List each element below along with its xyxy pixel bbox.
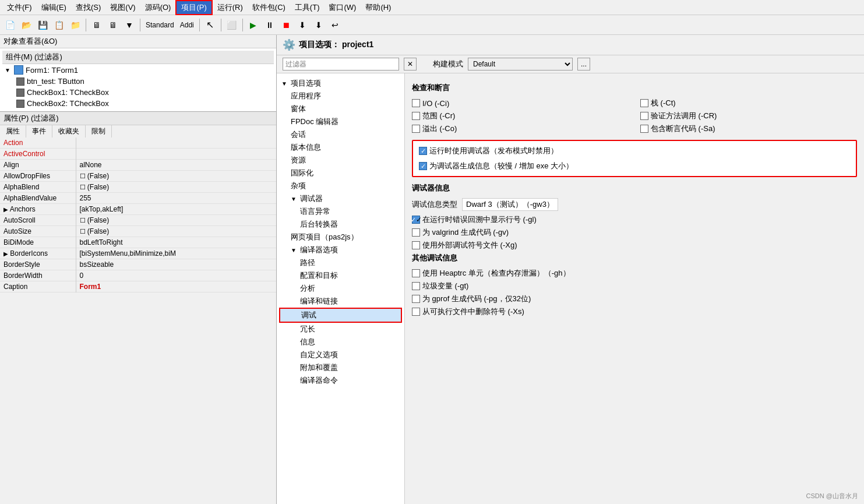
menu-run[interactable]: 运行(R) <box>213 1 248 14</box>
tab-constraints[interactable]: 限制 <box>86 125 112 138</box>
dtree-custom[interactable]: 自定义选项 <box>279 348 402 361</box>
dtree-langexception[interactable]: 语言异常 <box>279 205 402 218</box>
check-overflow-box[interactable] <box>412 125 420 133</box>
check-usedbg-box[interactable] <box>419 147 427 155</box>
dtree-verbose[interactable]: 冗长 <box>279 323 402 336</box>
prop-value[interactable]: alNone <box>76 160 276 171</box>
form-btn[interactable]: ⬜ <box>224 17 239 33</box>
monitor-btn[interactable]: 🖥 <box>105 17 121 33</box>
new-btn[interactable]: 📄 <box>2 17 17 33</box>
check-garbagevar-label: 垃圾变量 (-gt) <box>422 281 468 291</box>
dtree-messages[interactable]: 信息 <box>279 336 402 348</box>
prop-value[interactable]: Form1 <box>76 281 276 292</box>
prop-value[interactable] <box>76 138 276 149</box>
check-stack-box[interactable] <box>640 99 648 107</box>
dtree-compilercmd[interactable]: 编译器命令 <box>279 374 402 387</box>
menu-file[interactable]: 文件(F) <box>2 1 37 14</box>
check-gprof-box[interactable] <box>412 295 420 303</box>
menu-view[interactable]: 视图(V) <box>105 1 140 14</box>
dtree-root[interactable]: ▼ 项目选项 <box>279 77 402 90</box>
check-garbagevar-box[interactable] <box>412 282 420 290</box>
check-extsym-box[interactable] <box>412 241 420 249</box>
tab-properties[interactable]: 属性 <box>0 125 26 138</box>
saveas-btn[interactable]: 📋 <box>51 17 66 33</box>
dtree-debug[interactable]: 调试 <box>279 308 402 323</box>
dtree-form[interactable]: 窗体 <box>279 103 402 115</box>
dtree-session[interactable]: 会话 <box>279 128 402 141</box>
open-btn[interactable]: 📂 <box>19 17 34 33</box>
check-range-box[interactable] <box>412 112 420 120</box>
step3-btn[interactable]: ↩ <box>327 17 343 33</box>
debug-btn[interactable]: ▶ <box>246 17 261 33</box>
check-showline: ✓ 在运行时错误回溯中显示行号 (-gl) <box>412 214 857 225</box>
build-dots-btn[interactable]: ... <box>577 58 590 71</box>
tree-item-cb1[interactable]: CheckBox1: TCheckBox <box>2 87 274 98</box>
check-assert-box[interactable] <box>640 125 648 133</box>
step2-btn[interactable]: ⬇ <box>311 17 326 33</box>
check-gendbg-box[interactable] <box>419 162 427 170</box>
dtree-debugger[interactable]: ▼ 调试器 <box>279 192 402 205</box>
pause-btn[interactable]: ⏸ <box>262 17 277 33</box>
check-valgrind-box[interactable] <box>412 228 420 237</box>
menu-find[interactable]: 查找(S) <box>71 1 105 14</box>
prop-value[interactable]: bsSizeable <box>76 259 276 270</box>
menu-edit[interactable]: 编辑(E) <box>37 1 71 14</box>
check-verify-box[interactable] <box>640 112 648 120</box>
filter-input[interactable] <box>283 58 399 71</box>
cursor-btn[interactable]: ↖ <box>203 17 218 33</box>
menu-help[interactable]: 帮助(H) <box>361 1 396 14</box>
debug-type-value: Dwarf 3（测试）（-gw3） <box>462 198 558 211</box>
monitor2-btn[interactable]: ▼ <box>122 17 137 33</box>
dtree-configtarget[interactable]: 配置和目标 <box>279 269 402 282</box>
dtree-fpdoc[interactable]: FPDoc 编辑器 <box>279 115 402 128</box>
prop-value[interactable]: [biSystemMenu,biMinimize,biM <box>76 248 276 259</box>
prop-value[interactable]: ☐ (False) <box>76 171 276 182</box>
prop-value[interactable]: 0 <box>76 270 276 281</box>
dtree-analysis[interactable]: 分析 <box>279 282 402 295</box>
step1-btn[interactable]: ⬇ <box>295 17 310 33</box>
build-mode-select[interactable]: Default <box>468 58 573 71</box>
expand-icon: ▼ <box>291 196 299 202</box>
menu-window[interactable]: 窗口(W) <box>324 1 361 14</box>
check-heaptrc-box[interactable] <box>412 269 420 277</box>
dtree-web[interactable]: 网页项目（pas2js） <box>279 231 402 244</box>
prop-value[interactable]: [akTop,akLeft] <box>76 204 276 215</box>
prop-row-autosize: AutoSize ☐ (False) <box>0 226 276 237</box>
dtree-misc[interactable]: 杂项 <box>279 179 402 192</box>
check-showline-box[interactable]: ✓ <box>412 216 420 224</box>
saveall-btn[interactable]: 📁 <box>68 17 83 33</box>
dtree-version[interactable]: 版本信息 <box>279 141 402 154</box>
menu-packages[interactable]: 软件包(C) <box>248 1 290 14</box>
prop-name: AlphaBlend <box>0 182 76 193</box>
stop-btn[interactable]: ⏹ <box>278 17 294 33</box>
check-io-box[interactable] <box>412 99 420 107</box>
dtree-path[interactable]: 路径 <box>279 256 402 269</box>
print-btn[interactable]: 🖥 <box>89 17 104 33</box>
tab-events[interactable]: 事件 <box>26 125 52 138</box>
prop-value[interactable]: ☐ (False) <box>76 215 276 226</box>
prop-value[interactable]: ☐ (False) <box>76 182 276 193</box>
prop-value[interactable]: 255 <box>76 193 276 204</box>
dtree-addoverride[interactable]: 附加和覆盖 <box>279 361 402 374</box>
prop-value[interactable]: ☐ (False) <box>76 226 276 237</box>
menu-source[interactable]: 源码(O) <box>140 1 176 14</box>
tree-item-cb2[interactable]: CheckBox2: TCheckBox <box>2 98 274 109</box>
dtree-bgconvert[interactable]: 后台转换器 <box>279 218 402 231</box>
dtree-app[interactable]: 应用程序 <box>279 90 402 103</box>
check-overflow: 溢出 (-Co) <box>412 124 629 134</box>
prop-value[interactable] <box>76 149 276 160</box>
check-showline-label: 在运行时错误回溯中显示行号 (-gl) <box>422 214 537 225</box>
menu-tools[interactable]: 工具(T) <box>290 1 325 14</box>
check-stripsym-box[interactable] <box>412 308 420 316</box>
save-btn[interactable]: 💾 <box>35 17 50 33</box>
tree-item-form1[interactable]: ▼ Form1: TForm1 <box>2 64 274 76</box>
dtree-resources[interactable]: 资源 <box>279 154 402 167</box>
dtree-i18n[interactable]: 国际化 <box>279 167 402 179</box>
tab-favorites[interactable]: 收藏夹 <box>52 125 86 138</box>
dtree-compilelink[interactable]: 编译和链接 <box>279 295 402 308</box>
prop-value[interactable]: bdLeftToRight <box>76 237 276 248</box>
menu-project[interactable]: 项目(P) <box>175 0 212 15</box>
dtree-compiler[interactable]: ▼ 编译器选项 <box>279 244 402 256</box>
filter-clear-btn[interactable]: ✕ <box>404 58 417 71</box>
tree-item-btn[interactable]: btn_test: TButton <box>2 76 274 87</box>
